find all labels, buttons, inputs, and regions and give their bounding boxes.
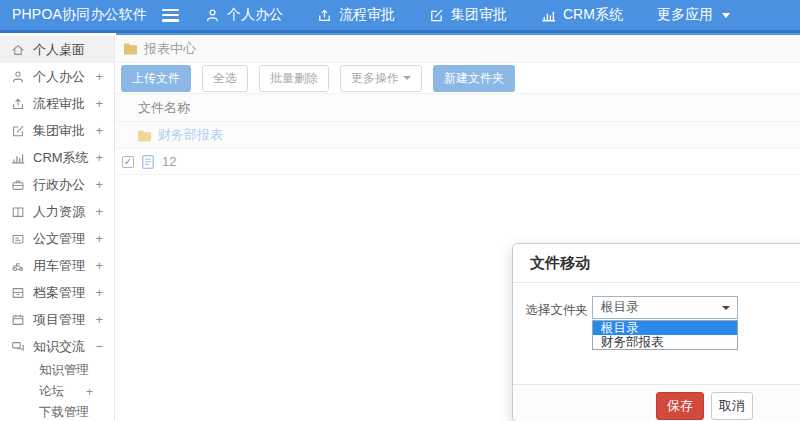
edit-icon bbox=[11, 124, 25, 138]
document-icon bbox=[11, 232, 25, 246]
modal-body: 选择文件夹 根目录 根目录 财务部报表 bbox=[513, 283, 800, 386]
nav-item-group-approval[interactable]: 集团审批 bbox=[429, 6, 507, 24]
person-icon bbox=[11, 70, 25, 84]
expand-toggle[interactable]: + bbox=[95, 231, 103, 246]
table-row-folder[interactable]: 财务部报表 bbox=[116, 122, 800, 149]
sidebar-item-label: 人力资源 bbox=[33, 203, 85, 221]
file-icon bbox=[142, 155, 154, 169]
dropdown-option-root[interactable]: 根目录 bbox=[593, 321, 737, 335]
caret-down-icon bbox=[722, 306, 730, 310]
sidebar-item-label: CRM系统 bbox=[33, 149, 89, 167]
batch-delete-button[interactable]: 批量删除 bbox=[259, 65, 329, 92]
chat-icon bbox=[11, 340, 25, 354]
expand-toggle[interactable]: + bbox=[95, 177, 103, 192]
cancel-button[interactable]: 取消 bbox=[711, 392, 753, 420]
sidebar-item-archives[interactable]: 档案管理 + bbox=[0, 279, 114, 306]
sidebar-item-label: 知识交流 bbox=[33, 338, 85, 356]
dropdown-option-finance-reports[interactable]: 财务部报表 bbox=[593, 335, 737, 349]
expand-toggle[interactable]: + bbox=[95, 312, 103, 327]
car-icon bbox=[11, 259, 25, 273]
sidebar-item-official-docs[interactable]: 公文管理 + bbox=[0, 225, 114, 252]
expand-toggle[interactable]: + bbox=[95, 204, 103, 219]
modal-title: 文件移动 bbox=[530, 254, 590, 273]
file-checkbox[interactable]: ✓ bbox=[122, 156, 134, 168]
sidebar-item-vehicle[interactable]: 用车管理 + bbox=[0, 252, 114, 279]
sidebar-item-label: 公文管理 bbox=[33, 230, 85, 248]
more-actions-button[interactable]: 更多操作 bbox=[340, 65, 422, 92]
app-root: PHPOA协同办公软件 个人办公 流程审批 集团审批 CRM系统 更多应用 bbox=[0, 0, 800, 421]
sidebar-subitem-label: 知识管理 bbox=[39, 362, 89, 379]
book-icon bbox=[11, 205, 25, 219]
person-icon bbox=[205, 8, 220, 23]
folder-icon bbox=[123, 42, 138, 55]
nav-item-crm[interactable]: CRM系统 bbox=[541, 6, 623, 24]
sidebar-item-personal-desktop[interactable]: 个人桌面 bbox=[0, 36, 114, 63]
top-nav: 个人办公 流程审批 集团审批 CRM系统 更多应用 bbox=[205, 6, 730, 24]
caret-down-icon bbox=[403, 76, 411, 80]
expand-toggle[interactable]: + bbox=[95, 150, 103, 165]
nav-item-label: CRM系统 bbox=[563, 6, 623, 24]
sidebar-item-crm[interactable]: CRM系统 + bbox=[0, 144, 114, 171]
process-icon bbox=[11, 97, 25, 111]
chart-icon bbox=[11, 151, 25, 165]
sidebar-item-knowledge[interactable]: 知识交流 − bbox=[0, 333, 114, 360]
breadcrumb: 报表中心 bbox=[116, 35, 800, 63]
select-all-button[interactable]: 全选 bbox=[202, 65, 248, 92]
sidebar-item-label: 个人办公 bbox=[33, 68, 85, 86]
new-folder-button[interactable]: 新建文件夹 bbox=[433, 65, 515, 92]
sidebar-subitem-downloads[interactable]: 下载管理 bbox=[0, 402, 114, 421]
file-move-modal: 文件移动 选择文件夹 根目录 根目录 财务部报表 保存 取消 bbox=[512, 243, 800, 421]
expand-toggle[interactable]: + bbox=[95, 285, 103, 300]
modal-footer: 保存 取消 bbox=[513, 384, 800, 421]
folder-name-link[interactable]: 财务部报表 bbox=[158, 126, 223, 144]
folder-select-dropdown: 根目录 财务部报表 bbox=[592, 320, 738, 350]
nav-item-label: 集团审批 bbox=[451, 6, 507, 24]
sidebar-item-label: 行政办公 bbox=[33, 176, 85, 194]
sidebar-item-group-approval[interactable]: 集团审批 + bbox=[0, 117, 114, 144]
save-button[interactable]: 保存 bbox=[656, 392, 704, 420]
folder-select[interactable]: 根目录 bbox=[592, 296, 738, 319]
sidebar-item-label: 项目管理 bbox=[33, 311, 85, 329]
project-icon bbox=[11, 313, 25, 327]
sidebar-item-label: 个人桌面 bbox=[33, 41, 85, 59]
table-row-file[interactable]: ✓ 12 bbox=[116, 149, 800, 175]
edit-icon bbox=[429, 8, 444, 23]
nav-item-more-apps[interactable]: 更多应用 bbox=[657, 6, 730, 24]
expand-toggle[interactable]: + bbox=[86, 385, 93, 399]
sidebar-item-personal-office[interactable]: 个人办公 + bbox=[0, 63, 114, 90]
process-icon bbox=[317, 8, 332, 23]
nav-item-label: 更多应用 bbox=[657, 6, 713, 24]
column-header-filename: 文件名称 bbox=[138, 99, 190, 117]
sidebar-item-admin-office[interactable]: 行政办公 + bbox=[0, 171, 114, 198]
sidebar-subitem-label: 论坛 bbox=[39, 383, 64, 400]
sidebar-item-hr[interactable]: 人力资源 + bbox=[0, 198, 114, 225]
sidebar-item-label: 用车管理 bbox=[33, 257, 85, 275]
nav-item-label: 个人办公 bbox=[227, 6, 283, 24]
caret-down-icon bbox=[722, 13, 730, 18]
expand-toggle[interactable]: + bbox=[95, 96, 103, 111]
chart-icon bbox=[541, 8, 556, 23]
expand-toggle[interactable]: + bbox=[95, 69, 103, 84]
modal-header: 文件移动 bbox=[513, 244, 800, 283]
expand-toggle[interactable]: − bbox=[95, 339, 103, 354]
select-folder-label: 选择文件夹 bbox=[523, 302, 588, 319]
sidebar-subitem-forum[interactable]: 论坛 + bbox=[0, 381, 114, 402]
briefcase-icon bbox=[11, 178, 25, 192]
nav-item-label: 流程审批 bbox=[339, 6, 395, 24]
sidebar-subitem-knowledge-mgmt[interactable]: 知识管理 bbox=[0, 360, 114, 381]
nav-item-personal-office[interactable]: 个人办公 bbox=[205, 6, 283, 24]
sidebar-item-projects[interactable]: 项目管理 + bbox=[0, 306, 114, 333]
toolbar: 上传文件 全选 批量删除 更多操作 新建文件夹 bbox=[116, 63, 800, 94]
nav-item-process-approval[interactable]: 流程审批 bbox=[317, 6, 395, 24]
archive-icon bbox=[11, 286, 25, 300]
menu-icon[interactable] bbox=[162, 9, 179, 22]
sidebar-item-label: 流程审批 bbox=[33, 95, 85, 113]
sidebar-item-process-approval[interactable]: 流程审批 + bbox=[0, 90, 114, 117]
sidebar-subitem-label: 下载管理 bbox=[39, 404, 89, 421]
folder-select-value: 根目录 bbox=[601, 300, 639, 314]
upload-file-button[interactable]: 上传文件 bbox=[121, 65, 191, 92]
expand-toggle[interactable]: + bbox=[95, 258, 103, 273]
app-header: PHPOA协同办公软件 个人办公 流程审批 集团审批 CRM系统 更多应用 bbox=[0, 0, 800, 33]
expand-toggle[interactable]: + bbox=[95, 123, 103, 138]
file-name-label[interactable]: 12 bbox=[162, 154, 176, 169]
